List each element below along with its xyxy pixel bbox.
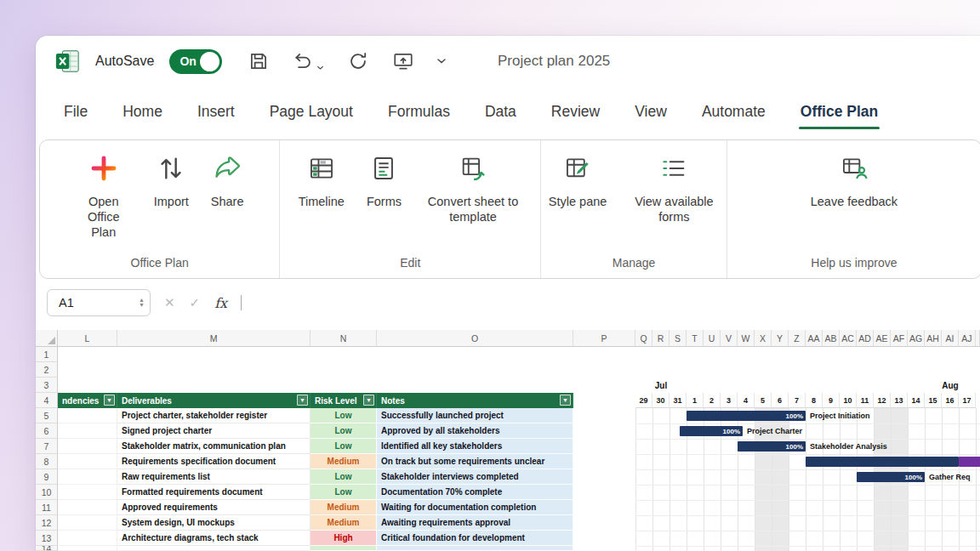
cell-notes[interactable]: Documentation 70% complete <box>377 485 573 500</box>
column-header-T[interactable]: T <box>687 330 704 347</box>
toolbar-chevron-down-icon[interactable] <box>436 55 447 67</box>
tab-review[interactable]: Review <box>551 103 600 121</box>
filter-button-risk-level[interactable]: ▼ <box>363 395 374 406</box>
confirm-formula-icon[interactable]: ✓ <box>190 295 201 310</box>
undo-button[interactable] <box>292 50 325 72</box>
cell-deliverable[interactable]: System design, UI mockups <box>117 515 311 531</box>
cell-deliverable[interactable]: Requirements specification document <box>117 454 311 469</box>
cell-risk-level[interactable]: Medium <box>311 500 377 515</box>
day-header-cell[interactable]: 5 <box>755 393 772 408</box>
tab-view[interactable]: View <box>635 103 667 121</box>
column-header-V[interactable]: V <box>721 330 738 347</box>
cell-dependencies[interactable] <box>58 469 117 485</box>
column-header-Q[interactable]: Q <box>635 330 652 347</box>
save-icon[interactable] <box>248 50 270 72</box>
column-header-S[interactable]: S <box>669 330 687 347</box>
cell-risk-level[interactable]: Medium <box>311 515 377 531</box>
tab-insert[interactable]: Insert <box>197 103 235 121</box>
day-header-cell[interactable]: 7 <box>789 393 806 408</box>
cell-deliverable[interactable]: Formatted requirements document <box>117 485 311 500</box>
cell-risk-level[interactable]: Low <box>311 408 377 423</box>
cell-notes[interactable]: Stakeholder interviews completed <box>377 469 573 485</box>
column-header-AD[interactable]: AD <box>857 330 874 347</box>
column-header-AE[interactable]: AE <box>874 330 891 347</box>
row-header-2[interactable]: 2 <box>36 362 58 378</box>
day-header-cell[interactable]: 15 <box>925 393 942 408</box>
column-header-N[interactable]: N <box>311 330 377 347</box>
day-header-cell[interactable]: 4 <box>738 393 755 408</box>
name-box-stepper[interactable]: ▲▼ <box>139 298 145 308</box>
name-box[interactable]: A1 ▲▼ <box>47 289 151 316</box>
day-header-cell[interactable]: 11 <box>857 393 874 408</box>
ribbon-button-timeline[interactable]: Timeline <box>299 154 345 209</box>
cell-risk-level[interactable]: Medium <box>311 454 377 469</box>
filter-button-dependencies[interactable]: ▼ <box>104 395 115 406</box>
column-header-AI[interactable]: AI <box>942 330 959 347</box>
day-header-cell[interactable]: 9 <box>823 393 840 408</box>
row-header-7[interactable]: 7 <box>36 439 58 454</box>
column-header-W[interactable]: W <box>738 330 755 347</box>
cell-dependencies[interactable] <box>58 439 117 454</box>
filter-button-notes[interactable]: ▼ <box>560 395 571 406</box>
tab-formulas[interactable]: Formulas <box>388 103 450 121</box>
row-header-9[interactable]: 9 <box>36 469 58 485</box>
ribbon-button-open-office-plan[interactable]: Open Office Plan <box>76 154 132 240</box>
tab-office-plan[interactable]: Office Plan <box>801 103 878 121</box>
autosave-toggle[interactable]: On <box>169 49 222 74</box>
table-header-deliverables[interactable]: Deliverables▼ <box>117 393 311 408</box>
ribbon-button-convert-sheet-to-template[interactable]: Convert sheet to template <box>424 154 522 224</box>
cell-dependencies[interactable] <box>58 546 117 551</box>
column-header-AG[interactable]: AG <box>908 330 925 347</box>
ribbon-button-share[interactable]: Share <box>211 154 244 209</box>
cell-deliverable[interactable]: Signed project charter <box>117 423 311 439</box>
ribbon-button-leave-feedback[interactable]: Leave feedback <box>811 154 897 209</box>
ribbon-button-import[interactable]: Import <box>154 154 189 209</box>
row-header-10[interactable]: 10 <box>36 485 58 500</box>
day-header-cell[interactable]: 13 <box>891 393 908 408</box>
row-header-11[interactable]: 11 <box>36 500 58 515</box>
insert-function-icon[interactable]: fx <box>214 295 227 311</box>
ribbon-button-forms[interactable]: Forms <box>367 154 402 209</box>
column-header-L[interactable]: L <box>58 330 117 347</box>
column-header-AB[interactable]: AB <box>823 330 840 347</box>
day-header-cell[interactable]: 6 <box>772 393 789 408</box>
row-header-5[interactable]: 5 <box>36 408 58 423</box>
cell-notes[interactable]: Approved by all stakeholders <box>377 423 573 439</box>
cell-risk-level[interactable]: Low <box>311 485 377 500</box>
day-header-cell[interactable]: 31 <box>669 393 687 408</box>
column-header-AH[interactable]: AH <box>925 330 942 347</box>
undo-chevron-down-icon[interactable] <box>316 63 325 72</box>
column-header-M[interactable]: M <box>117 330 311 347</box>
cell-deliverable[interactable]: Stakeholder matrix, communication plan <box>117 439 311 454</box>
cell-deliverable[interactable] <box>117 546 311 551</box>
select-all-corner[interactable] <box>36 330 58 347</box>
cell-notes[interactable]: Successfully launched project <box>377 408 573 423</box>
present-icon[interactable] <box>391 50 415 72</box>
day-header-cell[interactable]: 8 <box>806 393 823 408</box>
cell-risk-level[interactable] <box>311 546 377 551</box>
day-header-cell[interactable]: 30 <box>652 393 669 408</box>
cell-risk-level[interactable]: Low <box>311 469 377 485</box>
column-header-AA[interactable]: AA <box>806 330 823 347</box>
row-header-6[interactable]: 6 <box>36 423 58 439</box>
cell-dependencies[interactable] <box>58 454 117 469</box>
cell-dependencies[interactable] <box>58 408 117 423</box>
column-header-X[interactable]: X <box>755 330 772 347</box>
cell-dependencies[interactable] <box>58 515 117 531</box>
column-header-AJ[interactable]: AJ <box>959 330 976 347</box>
day-header-cell[interactable]: 29 <box>635 393 652 408</box>
row-header-14[interactable]: 14 <box>36 546 58 551</box>
cell-deliverable[interactable]: Approved requirements <box>117 500 311 515</box>
ribbon-button-style-pane[interactable]: Style pane <box>549 154 607 209</box>
column-header-Z[interactable]: Z <box>789 330 806 347</box>
column-header-AF[interactable]: AF <box>891 330 908 347</box>
cell-notes[interactable]: Awaiting requirements approval <box>377 515 573 531</box>
day-header-cell[interactable]: 14 <box>908 393 925 408</box>
cell-dependencies[interactable] <box>58 531 117 546</box>
column-header-U[interactable]: U <box>704 330 721 347</box>
tab-file[interactable]: File <box>64 103 88 121</box>
refresh-icon[interactable] <box>347 50 369 72</box>
cell-deliverable[interactable]: Architecture diagrams, tech stack <box>117 531 311 546</box>
ribbon-button-view-available-forms[interactable]: View available forms <box>629 154 719 224</box>
row-header-12[interactable]: 12 <box>36 515 58 531</box>
